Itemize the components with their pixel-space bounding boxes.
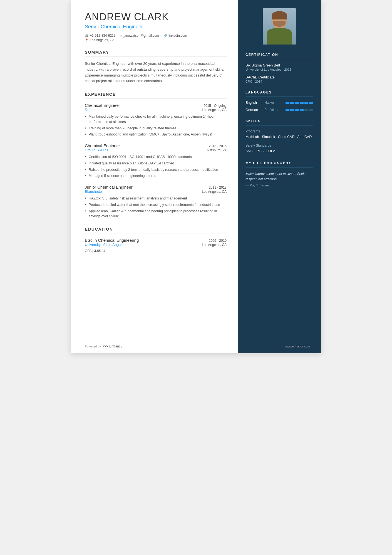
edu-header-1: BSc in Chemical Engineering 2006 - 2010	[85, 238, 227, 243]
lang-bar-e5	[304, 102, 308, 104]
candidate-name: ANDREW CLARK	[85, 11, 227, 23]
philosophy-text: Make improvements, not excuses. Seek res…	[245, 171, 313, 182]
footer-website: www.enhancv.com	[285, 345, 310, 348]
footer-left: Powered by Enhancv	[85, 344, 122, 348]
lang-bar-e2	[290, 102, 294, 104]
bullet-1-3: Plant troubleshooting and optimization (…	[85, 132, 227, 137]
lang-entry-english: English Native	[245, 101, 313, 105]
linkedin-item: 🔗 linkedin.com	[163, 34, 187, 38]
skills-section: SKILLS Programs MathLab · Simulink · Che…	[245, 119, 313, 154]
exp-role-2: Chemical Engineer	[85, 143, 120, 148]
education-section: EDUCATION BSc in Chemical Engineering 20…	[85, 227, 227, 253]
philosophy-author: — Roy T. Bennett	[245, 184, 313, 187]
lang-level-english: Native	[264, 101, 283, 105]
summary-section: SUMMARY Senior Chemical Engineer with ov…	[85, 50, 227, 84]
bullet-2-2: Initiated quality assurance plan, Global…	[85, 161, 227, 166]
cert-entry-1: Six Sigma Green Belt University of Los A…	[245, 63, 313, 71]
skills-title: SKILLS	[245, 119, 313, 123]
candidate-photo	[263, 8, 296, 45]
philosophy-section: MY LIFE PHILOSOPHY Make improvements, no…	[245, 161, 313, 187]
resume-page: ANDREW CLARK Senior Chemical Engineer ☎ …	[71, 0, 321, 353]
exp-entry-2: Chemical Engineer 2013 - 2015 Drouin S.A…	[85, 143, 227, 179]
exp-header-1: Chemical Engineer 2015 - Ongoing	[85, 103, 227, 108]
left-column: ANDREW CLARK Senior Chemical Engineer ☎ …	[71, 0, 238, 353]
philosophy-title: MY LIFE PHILOSOPHY	[245, 161, 313, 165]
bullet-3-1: HAZOP, SIL, safety risk assessment, anal…	[85, 196, 227, 201]
exp-company-1: Dufour	[85, 108, 96, 112]
photo-area	[245, 8, 313, 45]
skills-programs-list: MathLab · Simulink · ChemCAD · AutoCAD	[245, 134, 313, 140]
phone-item: ☎ +1-912-834-6217	[85, 34, 115, 38]
contact-line-1: ☎ +1-912-834-6217 ✉ janewatson@gmail.com…	[85, 34, 227, 38]
edu-degree-1: BSc in Chemical Engineering	[85, 238, 139, 243]
exp-entry-3: Junior Chemical Engineer 2011 - 2013 Bla…	[85, 185, 227, 219]
brand-logo: Enhancv	[103, 344, 122, 348]
languages-divider	[245, 97, 313, 97]
powered-by-label: Powered by	[85, 345, 101, 348]
enhancv-logo-icon	[103, 344, 108, 348]
skills-cat-programs: Programs MathLab · Simulink · ChemCAD · …	[245, 129, 313, 140]
cert-name-1: Six Sigma Green Belt	[245, 63, 313, 67]
languages-title: LANGUAGES	[245, 90, 313, 94]
phone-value: +1-912-834-6217	[90, 34, 115, 38]
summary-text: Senior Chemical Engineer with over 20 ye…	[85, 61, 227, 84]
cert-entry-2: SAChE Certificate CPC - 2014	[245, 75, 313, 83]
edu-school-1: University of Los Angeles	[85, 243, 125, 247]
certification-title: CERTIFICATION	[245, 53, 313, 57]
edu-school-row-1: University of Los Angeles Los Angeles, C…	[85, 243, 227, 247]
location-icon: 📍	[85, 38, 89, 42]
exp-entry-1: Chemical Engineer 2015 - Ongoing Dufour …	[85, 103, 227, 137]
page-footer: Powered by Enhancv www.enhancv.com	[85, 344, 321, 348]
exp-location-2: Pittsburg, PA	[207, 148, 227, 152]
exp-company-row-1: Dufour Los Angeles, CA	[85, 108, 227, 112]
resume-header: ANDREW CLARK Senior Chemical Engineer ☎ …	[85, 11, 227, 42]
exp-header-2: Chemical Engineer 2013 - 2015	[85, 143, 227, 148]
linkedin-icon: 🔗	[163, 34, 167, 38]
lang-bar-g4	[300, 109, 304, 111]
email-icon: ✉	[120, 34, 122, 38]
exp-date-3: 2011 - 2013	[209, 186, 227, 189]
skills-divider	[245, 125, 313, 125]
bullet-3-3: Applied lean, Kaizen & fundamental engin…	[85, 209, 227, 219]
skills-cat-safety: Safety Standards ANSI · PHA · LOLA	[245, 144, 313, 154]
edu-gpa-1: GPA | 3.85 / 4	[85, 249, 227, 253]
phone-icon: ☎	[85, 34, 89, 38]
certification-divider	[245, 59, 313, 59]
lang-bar-g5	[304, 109, 308, 111]
exp-location-1: Los Angeles, CA	[202, 108, 227, 112]
exp-bullets-1: Maintained daily performance checks for …	[85, 114, 227, 137]
email-item: ✉ janewatson@gmail.com	[120, 34, 159, 38]
lang-bar-e1	[286, 102, 289, 104]
exp-role-3: Junior Chemical Engineer	[85, 185, 133, 189]
gpa-value: 3.85	[94, 249, 101, 253]
lang-bar-g3	[295, 109, 299, 111]
exp-bullets-3: HAZOP, SIL, safety risk assessment, anal…	[85, 196, 227, 219]
experience-divider	[85, 98, 227, 98]
lang-bar-g6	[309, 109, 313, 111]
experience-section: EXPERIENCE Chemical Engineer 2015 - Ongo…	[85, 92, 227, 219]
skills-safety-list: ANSI · PHA · LOLA	[245, 149, 313, 154]
experience-title: EXPERIENCE	[85, 92, 227, 97]
skills-cat-label-programs: Programs	[245, 129, 313, 133]
exp-company-row-3: Blanchette Los Angeles, CA	[85, 189, 227, 194]
lang-bar-g1	[286, 109, 289, 111]
summary-divider	[85, 56, 227, 56]
lang-bar-e6	[309, 102, 313, 104]
bullet-2-4: Managed 5 science and engineering intern…	[85, 173, 227, 179]
exp-company-row-2: Drouin S.A.R.L. Pittsburg, PA	[85, 148, 227, 152]
lang-bar-e3	[295, 102, 299, 104]
exp-date-1: 2015 - Ongoing	[204, 104, 227, 108]
bullet-1-1: Maintained daily performance checks for …	[85, 114, 227, 125]
location-value: Los Angeles, CA	[90, 38, 115, 42]
exp-location-3: Los Angeles, CA	[202, 190, 227, 194]
brand-name: Enhancv	[109, 344, 122, 348]
cert-name-2: SAChE Certificate	[245, 75, 313, 79]
certification-section: CERTIFICATION Six Sigma Green Belt Unive…	[245, 53, 313, 83]
edu-location-1: Los Angeles, CA	[202, 243, 227, 247]
exp-company-2: Drouin S.A.R.L.	[85, 148, 110, 152]
lang-bars-german	[286, 109, 313, 111]
cert-issuer-2: CPC - 2014	[245, 80, 313, 83]
lang-level-german: Proficient	[264, 108, 283, 112]
edu-date-1: 2006 - 2010	[209, 239, 227, 243]
lang-bars-english	[286, 102, 313, 104]
